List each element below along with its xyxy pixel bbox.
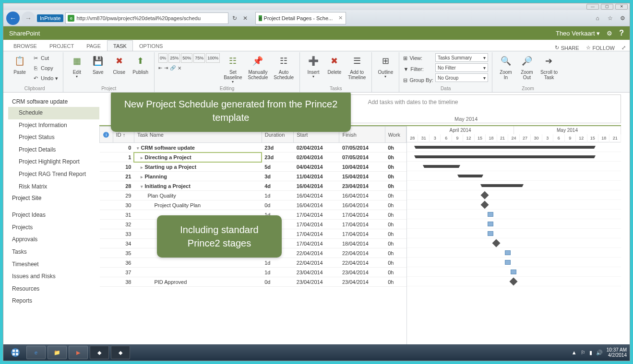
sidebar-item-approvals[interactable]: Approvals (8, 234, 99, 246)
sidebar-item-project-details[interactable]: Project Details (8, 144, 99, 156)
maximize-button[interactable]: ▢ (601, 4, 613, 10)
sidebar-item-reports[interactable]: Reports (8, 295, 99, 307)
link-icon[interactable]: 🔗 (170, 65, 176, 70)
manually-schedule-button[interactable]: 📌Manually Schedule (246, 53, 270, 81)
expand-icon[interactable]: ▾ (141, 184, 143, 189)
tools-icon[interactable]: ⚙ (618, 14, 627, 23)
task-row[interactable]: 371d23/04/201423/04/20140h (100, 268, 406, 277)
save-button[interactable]: 💾Save (88, 53, 107, 76)
filter-select[interactable]: No Filter▾ (435, 63, 488, 72)
cut-button[interactable]: ✂Cut (31, 53, 59, 63)
sidebar-item-timesheet[interactable]: Timesheet (8, 258, 99, 271)
close-button[interactable]: ✖Close (109, 53, 129, 76)
scroll-to-task-button[interactable]: ➔Scroll to Task (538, 53, 560, 81)
auto-schedule-button[interactable]: ☷Auto Schedule (272, 53, 296, 81)
pct-0-button[interactable]: 0% (158, 53, 167, 63)
copy-button[interactable]: ⎘Copy (31, 63, 59, 73)
tab-task[interactable]: TASK (107, 40, 133, 51)
url-input[interactable]: e http://vm870/pwa/project%20detail%20pa… (65, 12, 228, 24)
tray-network-icon[interactable]: ▮ (589, 350, 592, 356)
gantt-chart[interactable]: April 2014May 2014 283136912151821242730… (406, 126, 621, 344)
sidebar-item-resources[interactable]: Resources (8, 283, 99, 295)
taskbar-ie-icon[interactable]: e (26, 346, 46, 359)
tab-options[interactable]: OPTIONS (133, 40, 169, 51)
gantt-bar[interactable] (505, 260, 511, 265)
tab-close-icon[interactable]: ✕ (338, 15, 343, 21)
sidebar-item-project-rag-trend-report[interactable]: Project RAG Trend Report (8, 168, 99, 181)
help-icon[interactable]: ? (619, 29, 624, 37)
pct-25-button[interactable]: 25% (168, 53, 180, 63)
home-icon[interactable]: ⌂ (593, 14, 602, 23)
gantt-bar[interactable] (416, 146, 594, 149)
task-row[interactable]: 0▾CRM software update23d02/04/201407/05/… (100, 143, 406, 153)
tab-page[interactable]: PAGE (80, 40, 107, 51)
tray-flag-icon[interactable]: ⚐ (581, 350, 585, 356)
expand-icon[interactable]: ▾ (137, 146, 139, 151)
gantt-bar[interactable] (488, 231, 493, 236)
task-row[interactable]: 29Plan Quality1d16/04/201416/04/20140h (100, 191, 406, 200)
gantt-bar[interactable] (488, 222, 493, 226)
sidebar-item-risk-matrix[interactable]: Risk Matrix (8, 181, 99, 193)
browser-tab[interactable]: e Project Detail Pages - Sche... ✕ (255, 12, 346, 24)
tab-browse[interactable]: BROWSE (7, 40, 43, 51)
col-work[interactable]: Work (385, 127, 406, 143)
edit-button[interactable]: ▦Edit▾ (67, 53, 86, 80)
favorites-icon[interactable]: ☆ (606, 14, 614, 23)
gantt-bar[interactable] (488, 212, 493, 217)
gantt-bar[interactable] (511, 270, 516, 274)
system-clock[interactable]: 10:37 AM 4/2/2014 (607, 347, 627, 358)
view-select[interactable]: Tasks Summary▾ (435, 53, 488, 62)
taskbar-media-icon[interactable]: ▶ (69, 346, 88, 359)
gantt-bar[interactable] (481, 191, 489, 200)
back-button[interactable]: ← (6, 12, 20, 25)
outdent-icon[interactable]: ⇤ (158, 65, 162, 70)
sidebar-heading-site[interactable]: Project Site (8, 193, 99, 203)
unlink-icon[interactable]: ⨯ (178, 65, 181, 70)
tray-show-hidden-icon[interactable]: ▲ (572, 350, 577, 355)
user-menu[interactable]: Theo Verkaart ▾ (556, 30, 600, 37)
add-to-timeline-button[interactable]: ☰Add to Timeline (346, 53, 368, 81)
sidebar-item-schedule[interactable]: Schedule (8, 107, 99, 119)
fullscreen-icon[interactable]: ⤢ (621, 45, 626, 51)
taskbar-explorer-icon[interactable]: 📁 (48, 346, 67, 359)
stop-icon[interactable]: ✕ (241, 14, 250, 23)
gantt-bar[interactable] (481, 201, 489, 209)
delete-button[interactable]: ✖Delete (325, 53, 344, 76)
forward-button[interactable]: → (22, 12, 35, 25)
gantt-bar[interactable] (459, 175, 482, 177)
gantt-bar[interactable] (492, 239, 501, 247)
insert-button[interactable]: ➕Insert▾ (304, 53, 323, 80)
indent-icon[interactable]: ⇥ (164, 65, 168, 70)
publish-button[interactable]: ⬆Publish (131, 53, 150, 76)
expand-icon[interactable]: ▸ (141, 175, 143, 179)
expand-icon[interactable]: ▸ (141, 155, 143, 160)
share-button[interactable]: ↻ SHARE (555, 45, 579, 51)
task-row[interactable]: 10▸Starting up a Project5d04/04/201410/0… (100, 162, 406, 172)
task-row[interactable]: 361d22/04/201422/04/20140h (100, 258, 406, 268)
sidebar-item-project-information[interactable]: Project Information (8, 119, 99, 132)
sidebar-item-project-highlight-report[interactable]: Project Highlight Report (8, 156, 99, 168)
sidebar-item-tasks[interactable]: Tasks (8, 246, 99, 258)
start-button[interactable] (6, 345, 24, 360)
task-row[interactable]: 28▾Initiating a Project4d16/04/201423/04… (100, 181, 406, 191)
task-row[interactable]: 38PID Approved0d23/04/201423/04/20140h (100, 277, 406, 287)
outline-button[interactable]: ⊞Outline▾ (376, 53, 395, 80)
taskbar-app1-icon[interactable]: ◆ (90, 346, 109, 359)
undo-button[interactable]: ↶Undo ▾ (31, 73, 59, 83)
gantt-bar[interactable] (482, 184, 522, 187)
refresh-icon[interactable]: ↻ (230, 14, 239, 23)
taskbar-app2-icon[interactable]: ◆ (111, 346, 130, 359)
zoom-out-button[interactable]: 🔎Zoom Out (517, 53, 537, 81)
paste-button[interactable]: 📋 Paste (10, 53, 29, 76)
task-row[interactable]: 21▸Planning3d11/04/201415/04/20140h (100, 172, 406, 181)
pct-100-button[interactable]: 100% (206, 53, 220, 63)
gantt-bar[interactable] (424, 165, 459, 168)
gantt-bar[interactable] (510, 278, 518, 286)
gantt-bar[interactable] (416, 155, 594, 158)
task-grid[interactable]: Including standard Prince2 stages i ID ↑… (99, 126, 406, 344)
gantt-bar[interactable] (505, 250, 511, 255)
groupby-select[interactable]: No Group▾ (435, 73, 488, 82)
tray-volume-icon[interactable]: 🔊 (596, 350, 603, 356)
expand-icon[interactable]: ▸ (141, 165, 143, 170)
task-row[interactable]: 1▸Directing a Project23d02/04/201407/05/… (100, 153, 406, 162)
